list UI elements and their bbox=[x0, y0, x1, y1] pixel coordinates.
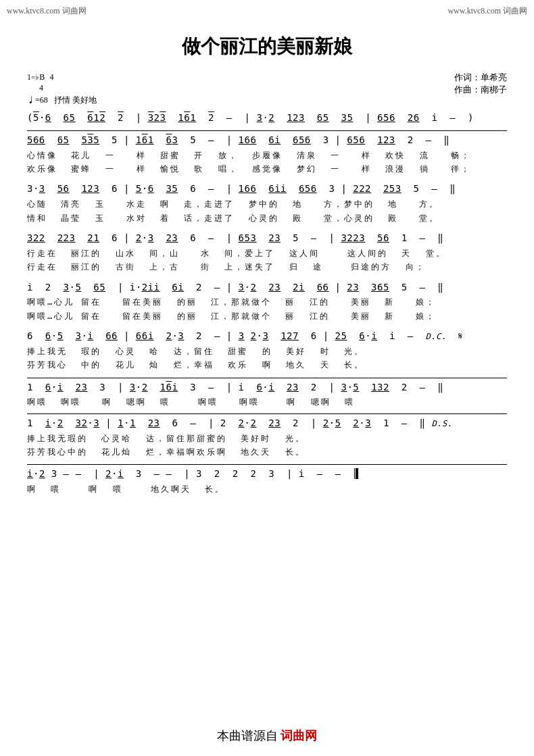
watermark-top-left: www.ktvc8.com 词曲网 bbox=[7, 5, 87, 17]
meta-left: 1=♭B 4 4 ♩=68 抒情 美好地 bbox=[27, 72, 97, 106]
meta-right: 作词：单希亮 作曲：南梆子 bbox=[454, 72, 507, 96]
section7: 1 i·2 32·3 | 1·1 23 6 — | 2 2·2 23 2 | 2… bbox=[27, 415, 507, 459]
watermark-bottom-prefix: 本曲谱源自 bbox=[217, 728, 278, 744]
section8: i·2 3 — — | 2·i 3 — — | 3 2 2 2 3 | i — … bbox=[27, 466, 507, 496]
tempo-style: ♩=68 抒情 美好地 bbox=[27, 95, 97, 106]
watermark-top-right: www.ktvc8.com 词曲网 bbox=[447, 5, 527, 17]
section4: i 2 3·5 65 | i·2ii 6i 2 — | 3·2 23 2i 66… bbox=[27, 280, 507, 324]
key-time: 1=♭B 4 4 bbox=[27, 72, 97, 93]
section3: 322 223 21 6 | 2·3 23 6 — | 653 23 5 — |… bbox=[27, 230, 507, 274]
song-title: 做个丽江的美丽新娘 bbox=[27, 34, 507, 59]
watermark-bottom: 本曲谱源自 词曲网 bbox=[0, 728, 534, 744]
section2: 3·3 56 123 6 | 5·6 35 6 — | 166 6ii 656 … bbox=[27, 181, 507, 225]
intro-section: (5·6 65 612 2 | 323 161 2 — | 3·2 123 65… bbox=[27, 110, 507, 126]
author-music: 作曲：南梆子 bbox=[454, 84, 507, 96]
section1: 566 65 535 5 | 161 63 5 — | 166 6i 656 3… bbox=[27, 132, 507, 176]
intro-notes: (5·6 65 612 2 | 323 161 2 — | 3·2 123 65… bbox=[27, 110, 507, 126]
watermark-bottom-red: 词曲网 bbox=[281, 728, 317, 744]
section5: 6 6·5 3·i 66 | 66i 2·3 2 — | 3 2·3 127 6… bbox=[27, 328, 507, 372]
author-lyric: 作词：单希亮 bbox=[454, 72, 507, 84]
section6: 1 6·i 23 3 | 3·2 16i 3 — | i 6·i 23 2 | … bbox=[27, 380, 507, 409]
